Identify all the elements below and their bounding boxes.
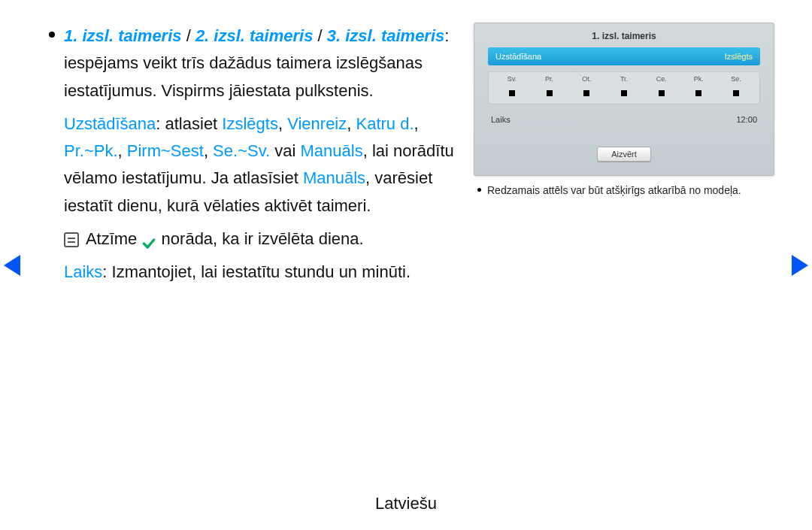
day-label: Sv. — [495, 75, 529, 83]
day-mark — [532, 86, 566, 99]
triangle-left-icon — [4, 255, 20, 276]
day-mark — [644, 86, 678, 99]
language-label: Latviešu — [0, 494, 812, 513]
preview-time-value: 12:00 — [736, 115, 757, 124]
day-mark — [495, 86, 529, 99]
triangle-right-icon — [792, 255, 808, 276]
note-icon — [64, 232, 79, 247]
day-label: Se. — [719, 75, 753, 83]
preview-time-label: Laiks — [491, 115, 511, 124]
preview-days-row: Sv. Pr. Ot. Tr. Ce. Pk. Se. — [488, 71, 760, 104]
day-label: Ot. — [570, 75, 604, 83]
square-icon — [509, 90, 515, 96]
preview-setup-label: Uzstādīšana — [495, 52, 541, 61]
check-icon — [141, 232, 156, 247]
square-icon — [695, 90, 701, 96]
day-mark — [682, 86, 716, 99]
square-icon — [621, 90, 627, 96]
timer1-label: 1. izsl. taimeris — [64, 26, 182, 45]
timer2-label: 2. izsl. taimeris — [195, 26, 314, 45]
day-label: Pr. — [532, 75, 566, 83]
square-icon — [659, 90, 665, 96]
close-button[interactable]: Aizvērt — [597, 147, 651, 162]
day-mark — [607, 86, 641, 99]
day-label: Pk. — [682, 75, 716, 83]
square-icon — [733, 90, 739, 96]
preview-time-row: Laiks 12:00 — [488, 115, 760, 124]
main-paragraph: 1. izsl. taimeris / 2. izsl. taimeris / … — [38, 23, 459, 104]
timer-preview: 1. izsl. taimeris Uzstādīšana Izslēgts S… — [474, 23, 774, 176]
setup-kw: Uzstādīšana — [64, 114, 156, 133]
bullet-icon — [477, 188, 481, 192]
note-paragraph: Atzīme norāda, ka ir izvēlēta diena. — [38, 226, 459, 253]
laiks-paragraph: Laiks: Izmantojiet, lai iestatītu stundu… — [38, 259, 459, 286]
day-mark — [719, 86, 753, 99]
preview-setup-row[interactable]: Uzstādīšana Izslēgts — [488, 47, 760, 65]
day-label: Ce. — [644, 75, 678, 83]
day-mark — [570, 86, 604, 99]
timer3-label: 3. izsl. taimeris — [327, 26, 445, 45]
nav-next[interactable] — [792, 255, 808, 276]
days-header: Sv. Pr. Ot. Tr. Ce. Pk. Se. — [489, 75, 759, 83]
preview-title: 1. izsl. taimeris — [488, 31, 760, 41]
setup-paragraph: Uzstādīšana: atlasiet Izslēgts, Vienreiz… — [38, 111, 459, 220]
nav-prev[interactable] — [4, 255, 20, 276]
bullet-icon — [49, 32, 55, 38]
square-icon — [583, 90, 589, 96]
day-label: Tr. — [607, 75, 641, 83]
preview-setup-value: Izslēgts — [725, 52, 753, 61]
days-marks — [489, 86, 759, 99]
square-icon — [547, 90, 553, 96]
preview-caption: Redzamais attēls var būt atšķirīgs atkar… — [474, 183, 774, 198]
